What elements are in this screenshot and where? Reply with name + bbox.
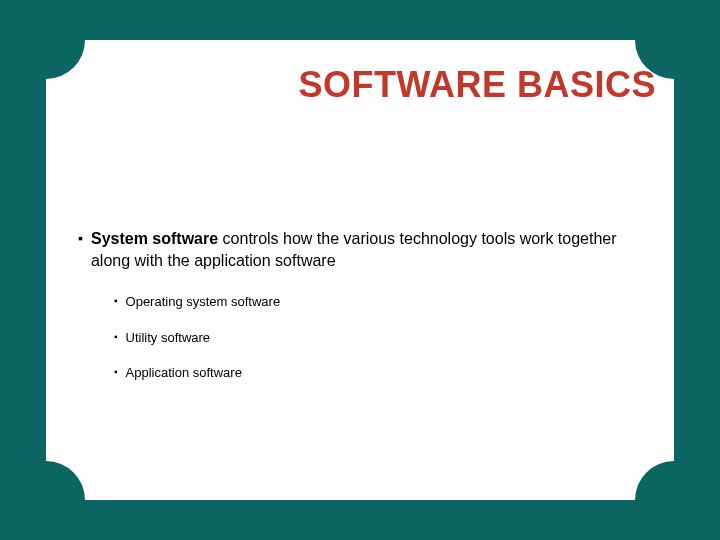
corner-cutout-br bbox=[635, 461, 713, 539]
list-item-text: Operating system software bbox=[126, 293, 281, 311]
bullet-icon: ▪ bbox=[114, 329, 118, 345]
corner-cutout-bl bbox=[7, 461, 85, 539]
list-item-text: System software controls how the various… bbox=[91, 228, 656, 271]
list-item: ▪ System software controls how the vario… bbox=[78, 228, 656, 271]
list-item: ▪ Application software bbox=[114, 364, 656, 382]
bullet-icon: ▪ bbox=[114, 364, 118, 380]
bullet-icon: ▪ bbox=[78, 228, 83, 249]
bullet-icon: ▪ bbox=[114, 293, 118, 309]
list-item: ▪ Utility software bbox=[114, 329, 656, 347]
slide-title: SOFTWARE BASICS bbox=[298, 64, 656, 106]
list-item-text: Application software bbox=[126, 364, 242, 382]
bold-term: System software bbox=[91, 230, 218, 247]
list-item: ▪ Operating system software bbox=[114, 293, 656, 311]
sub-list: ▪ Operating system software ▪ Utility so… bbox=[114, 293, 656, 382]
corner-cutout-tl bbox=[7, 1, 85, 79]
slide-body: ▪ System software controls how the vario… bbox=[78, 228, 656, 400]
list-item-text: Utility software bbox=[126, 329, 211, 347]
